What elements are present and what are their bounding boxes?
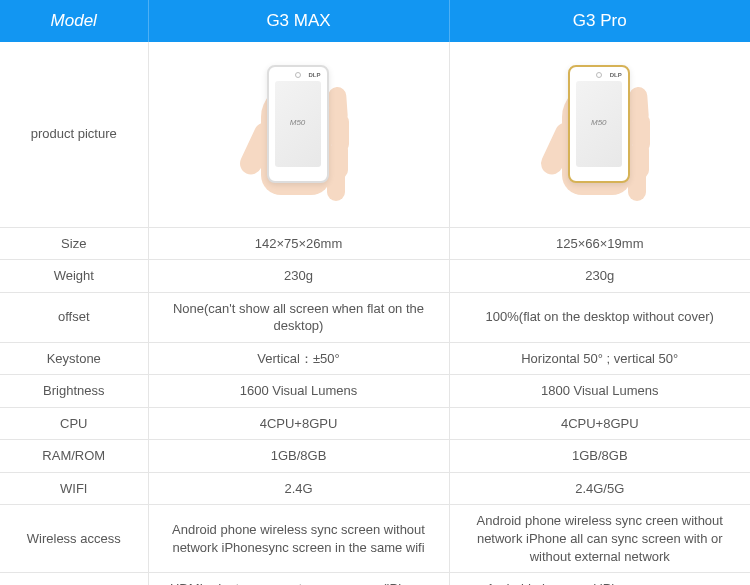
table-row: Wired access HDMI adapter access to sync… xyxy=(0,573,750,585)
hand-holding-phone-icon: DLP M50 xyxy=(530,57,670,212)
table-row: Keystone Vertical：±50° Horizontal 50° ; … xyxy=(0,342,750,375)
row-label: Wireless access xyxy=(0,505,148,573)
cell-value: 230g xyxy=(148,260,449,293)
header-product-2: G3 Pro xyxy=(449,0,750,42)
cell-value: 100%(flat on the desktop without cover) xyxy=(449,292,750,342)
table-row: WIFI 2.4G 2.4G/5G xyxy=(0,472,750,505)
table-row: product picture DLP M50 xyxy=(0,42,750,227)
comparison-table: Model G3 MAX G3 Pro product picture DLP xyxy=(0,0,750,585)
cell-value: 1600 Visual Lumens xyxy=(148,375,449,408)
cell-value: 125×66×19mm xyxy=(449,227,750,260)
table-row: Wireless access Android phone wireless s… xyxy=(0,505,750,573)
cell-value: 142×75×26mm xyxy=(148,227,449,260)
cell-value: Android phone wireless sync creen withou… xyxy=(449,505,750,573)
table-row: Size 142×75×26mm 125×66×19mm xyxy=(0,227,750,260)
cell-value: Android phone wireless sync screen witho… xyxy=(148,505,449,573)
table-row: Weight 230g 230g xyxy=(0,260,750,293)
cell-value: 1800 Visual Lumens xyxy=(449,375,750,408)
cell-value: HDMI adapter access to sync screen(iPhon… xyxy=(148,573,449,585)
row-label: Size xyxy=(0,227,148,260)
cell-value: 4CPU+8GPU xyxy=(449,407,750,440)
product-picture-2: DLP M50 xyxy=(449,42,750,227)
cell-value: 1GB/8GB xyxy=(148,440,449,473)
cell-value: 2.4G xyxy=(148,472,449,505)
row-label: offset xyxy=(0,292,148,342)
row-label: product picture xyxy=(0,42,148,227)
row-label: Brightness xyxy=(0,375,148,408)
cell-value: Horizontal 50° ; vertical 50° xyxy=(449,342,750,375)
row-label: Weight xyxy=(0,260,148,293)
cell-value: None(can't show all screen when flat on … xyxy=(148,292,449,342)
table-row: CPU 4CPU+8GPU 4CPU+8GPU xyxy=(0,407,750,440)
table-row: RAM/ROM 1GB/8GB 1GB/8GB xyxy=(0,440,750,473)
cell-value: 2.4G/5G xyxy=(449,472,750,505)
cell-value: 230g xyxy=(449,260,750,293)
row-label: RAM/ROM xyxy=(0,440,148,473)
table-row: Brightness 1600 Visual Lumens 1800 Visua… xyxy=(0,375,750,408)
cell-value: Android phone and iPhone sync screen thr… xyxy=(449,573,750,585)
row-label: WIFI xyxy=(0,472,148,505)
row-label: Keystone xyxy=(0,342,148,375)
cell-value: Vertical：±50° xyxy=(148,342,449,375)
header-product-1: G3 MAX xyxy=(148,0,449,42)
table-body: product picture DLP M50 xyxy=(0,42,750,585)
hand-holding-phone-icon: DLP M50 xyxy=(229,57,369,212)
table-header-row: Model G3 MAX G3 Pro xyxy=(0,0,750,42)
cell-value: 1GB/8GB xyxy=(449,440,750,473)
row-label: Wired access xyxy=(0,573,148,585)
table-row: offset None(can't show all screen when f… xyxy=(0,292,750,342)
cell-value: 4CPU+8GPU xyxy=(148,407,449,440)
product-picture-1: DLP M50 xyxy=(148,42,449,227)
header-model-label: Model xyxy=(0,0,148,42)
row-label: CPU xyxy=(0,407,148,440)
